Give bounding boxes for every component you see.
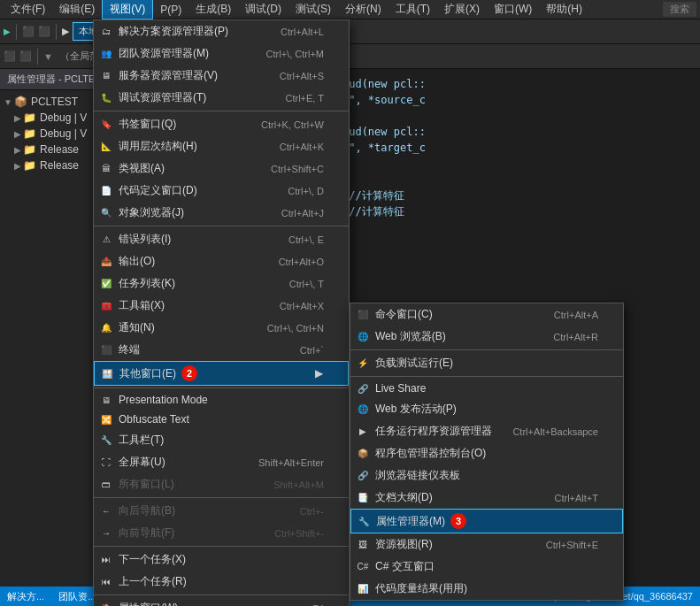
other-windows-submenu[interactable]: ⬛ 命令窗口(C) Ctrl+Alt+A 🌐 Web 浏览器(B) Ctrl+A… [350,303,624,601]
submenu-csharp[interactable]: C# C# 交互窗口 [350,556,623,578]
menu-test[interactable]: 测试(S) [288,0,338,19]
search-box[interactable]: 搜索 [663,2,696,17]
status-solution[interactable]: 解决方... [7,590,44,603]
server-explorer-label: 服务器资源管理器(V) [119,68,218,83]
menu-build[interactable]: 生成(B) [188,0,238,19]
root-icon: 📦 [14,96,27,108]
task-list-shortcut: Ctrl+\, T [272,279,324,289]
cmd-icon: ⬛ [356,308,370,322]
submenu-cmd[interactable]: ⬛ 命令窗口(C) Ctrl+Alt+A [350,303,623,326]
menu-analyze[interactable]: 分析(N) [338,0,388,19]
menu-task-list[interactable]: ✅ 任务列表(K) Ctrl+\, T [94,272,349,295]
menu-view[interactable]: 视图(V) [102,0,153,19]
menu-next-task[interactable]: ⏭ 下一个任务(X) [94,548,349,571]
toolbar-item-icon: 🔧 [99,433,113,448]
submenu-doc-outline[interactable]: 📑 文档大纲(D) Ctrl+Alt+T [350,487,623,509]
view-menu-popup[interactable]: 🗂 解决方案资源管理器(P) Ctrl+Alt+L 👥 团队资源管理器(M) C… [93,19,350,606]
doc-outline-shortcut: Ctrl+Alt+T [536,493,598,503]
menu-toolbox[interactable]: 🧰 工具箱(X) Ctrl+Alt+X [94,295,349,317]
status-team[interactable]: 团队资... [58,590,96,603]
menu-props-window[interactable]: 🏠 属性窗口(W) F4 [94,597,349,606]
menu-nav-forward[interactable]: → 向前导航(F) Ctrl+Shift+- [94,522,349,544]
props-manager-label: 属性管理器(M) [376,514,445,529]
submenu-pkg-manager[interactable]: 📦 程序包管理器控制台(O) [350,442,623,464]
server-explorer-shortcut: Ctrl+Alt+S [262,71,324,81]
menu-solution-explorer[interactable]: 🗂 解决方案资源管理器(P) Ctrl+Alt+L [94,20,349,42]
call-hierarchy-icon: 📐 [99,140,113,154]
debug2-label: Debug | V [40,127,87,140]
menu-fullscreen[interactable]: ⛶ 全屏幕(U) Shift+Alt+Enter [94,451,349,473]
menu-tools[interactable]: 工具(T) [388,0,437,19]
menu-notification[interactable]: 🔔 通知(N) Ctrl+\, Ctrl+N [94,317,349,339]
submenu-resource-view[interactable]: 🖼 资源视图(R) Ctrl+Shift+E [350,533,623,556]
menu-file[interactable]: 文件(F) [4,0,52,19]
menu-presentation[interactable]: 🖥 Presentation Mode [94,390,349,410]
other-windows-label: 其他窗口(E) [119,366,176,381]
menu-prev-task[interactable]: ⏮ 上一个任务(R) [94,571,349,593]
obfuscate-icon: 🔀 [99,412,113,426]
submenu-props-manager[interactable]: 🔧 属性管理器(M) 3 [350,509,623,533]
nav-back-shortcut: Ctrl+- [282,506,324,517]
menu-window[interactable]: 窗口(W) [487,0,539,19]
cmd-label: 命令窗口(C) [375,307,433,322]
submenu-live-share[interactable]: 🔗 Live Share [350,379,623,398]
task-runner-icon: ▶ [356,425,370,439]
menu-bar: 文件(F) 编辑(E) 视图(V) P(P) 生成(B) 调试(D) 测试(S)… [0,0,700,19]
menu-team-explorer[interactable]: 👥 团队资源管理器(M) Ctrl+\, Ctrl+M [94,42,349,65]
menu-class-view[interactable]: 🏛 类视图(A) Ctrl+Shift+C [94,157,349,180]
menu-call-hierarchy[interactable]: 📐 调用层次结构(H) Ctrl+Alt+K [94,135,349,157]
menu-nav-back[interactable]: ← 向后导航(B) Ctrl+- [94,500,349,522]
submenu-task-runner[interactable]: ▶ 任务运行程序资源管理器 Ctrl+Alt+Backsapce [350,420,623,442]
prev-task-icon: ⏮ [99,575,113,589]
menu-edit[interactable]: 编辑(E) [52,0,102,19]
sub-sep-1 [350,349,623,350]
class-view-shortcut: Ctrl+Shift+C [253,164,324,174]
toolbar-icon-1[interactable]: ⬛ [22,26,35,37]
scope-dropdown[interactable]: ▼ [43,51,53,62]
submenu-code-metrics[interactable]: 📊 代码度量结果(用用) [350,578,623,600]
submenu-load-test[interactable]: ⚡ 负载测试运行(E) [350,352,623,374]
obfuscate-label: Obfuscate Text [119,413,189,426]
debug-res-label: 调试资源管理器(T) [119,90,206,105]
csharp-label: C# 交互窗口 [375,559,435,574]
sep-5 [94,546,349,547]
menu-error-list[interactable]: ⚠ 错误列表(I) Ctrl+\, E [94,228,349,250]
menu-toolbar-item[interactable]: 🔧 工具栏(T) [94,429,349,451]
menu-output[interactable]: 📤 输出(O) Ctrl+Alt+O [94,250,349,272]
sep-2 [94,226,349,226]
props-window-label: 属性窗口(W) [119,601,178,606]
menu-debug-res-explorer[interactable]: 🐛 调试资源管理器(T) Ctrl+E, T [94,87,349,109]
sep1 [16,24,17,40]
csharp-icon: C# [356,560,370,574]
submenu-browser-link[interactable]: 🔗 浏览器链接仪表板 [350,464,623,487]
menu-obj-browser[interactable]: 🔍 对象浏览器(J) Ctrl+Alt+J [94,202,349,224]
code-def-icon: 📄 [99,184,113,198]
sub-sep-2 [350,376,623,377]
sep4 [37,49,38,65]
menu-p[interactable]: P(P) [153,2,188,18]
toolbox-icon: 🧰 [99,299,113,313]
toolbox-label: 工具箱(X) [119,298,165,313]
menu-help[interactable]: 帮助(H) [539,0,589,19]
menu-extensions[interactable]: 扩展(X) [437,0,487,19]
nav-back-icon: ← [99,504,113,518]
menu-code-def[interactable]: 📄 代码定义窗口(D) Ctrl+\, D [94,180,349,202]
toolbar2-icon-2[interactable]: ⬛ [19,50,32,62]
toolbar2-icon-1[interactable]: ⬛ [4,50,16,62]
menu-bookmark[interactable]: 🔖 书签窗口(Q) Ctrl+K, Ctrl+W [94,113,349,135]
toolbar-item-label: 工具栏(T) [119,433,164,448]
toolbar-icon-3[interactable]: ▶ [62,26,69,37]
web-browser-icon: 🌐 [356,330,370,344]
toolbar-icon-2[interactable]: ⬛ [38,26,50,37]
menu-terminal[interactable]: ⬛ 终端 Ctrl+` [94,339,349,361]
terminal-label: 终端 [119,342,140,357]
bookmark-label: 书签窗口(Q) [119,117,176,132]
menu-obfuscate[interactable]: 🔀 Obfuscate Text [94,410,349,429]
submenu-web-browser[interactable]: 🌐 Web 浏览器(B) Ctrl+Alt+R [350,326,623,348]
menu-debug[interactable]: 调试(D) [238,0,288,19]
menu-server-explorer[interactable]: 🖥 服务器资源管理器(V) Ctrl+Alt+S [94,65,349,87]
submenu-web-publish[interactable]: 🌐 Web 发布活动(P) [350,398,623,420]
menu-all-windows[interactable]: 🗃 所有窗口(L) Shift+Alt+M [94,473,349,495]
nav-forward-icon: → [99,526,113,541]
menu-other-windows[interactable]: 🪟 其他窗口(E) 2 ▶ [94,361,349,386]
